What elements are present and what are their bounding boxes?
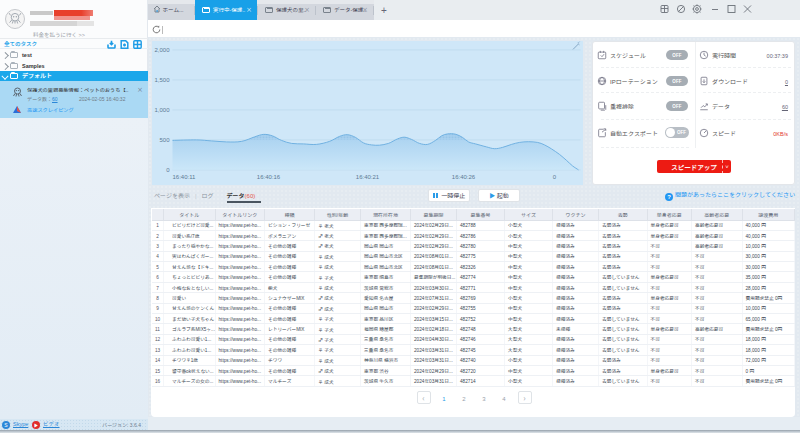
svg-text:16:40:11: 16:40:11: [172, 174, 196, 180]
svg-text:16:40:16: 16:40:16: [256, 174, 280, 180]
svg-text:1,500: 1,500: [154, 77, 170, 83]
svg-text:500: 500: [159, 137, 170, 143]
svg-text:1,000: 1,000: [154, 107, 170, 113]
svg-text:16:40:26: 16:40:26: [451, 174, 475, 180]
svg-text:16:40:21: 16:40:21: [355, 174, 379, 180]
svg-text:0: 0: [166, 167, 170, 173]
svg-text:2,000: 2,000: [154, 47, 170, 53]
svg-text:0: 0: [552, 174, 556, 180]
